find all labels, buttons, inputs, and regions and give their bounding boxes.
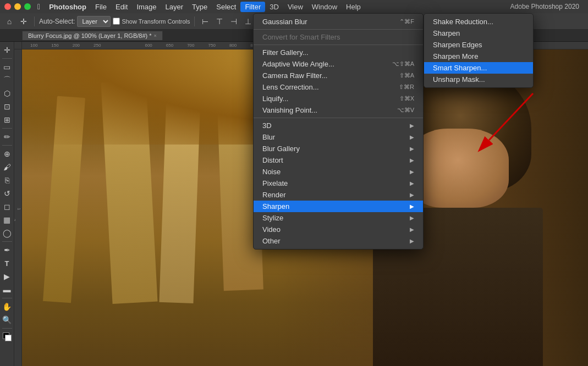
unsharp-mask[interactable]: Unsharp Mask... [424,74,533,85]
filter-gaussian-blur[interactable]: Gaussian Blur ⌃⌘F [254,16,423,27]
clone-stamp-tool[interactable]: ⎘ [1,174,13,186]
filter-other[interactable]: Other ▶ [254,235,423,247]
menu-item-3d[interactable]: 3D [265,2,283,12]
brush-tool[interactable]: 🖌 [1,161,13,173]
pen-tool[interactable]: ✒ [1,244,13,256]
smart-sharpen[interactable]: Smart Sharpen... [424,62,533,74]
auto-select-dropdown[interactable]: Layer Group [77,16,111,27]
filter-lens-correction-label: Lens Correction... [262,83,319,91]
filter-gallery[interactable]: Filter Gallery... [254,47,423,58]
filter-sharpen[interactable]: Sharpen ▶ [254,201,423,212]
unsharp-mask-label: Unsharp Mask... [433,75,485,84]
doc-tab-name: Blurry Focus.jpg @ 100% (Layer 1, RGB/8#… [28,32,152,39]
filter-liquify-shortcut: ⇧⌘X [399,95,414,102]
tool-sep-5 [2,298,12,298]
sharpen-edges-label: Sharpen Edges [433,41,482,49]
filter-stylize[interactable]: Stylize ▶ [254,212,423,224]
history-brush-tool[interactable]: ↺ [1,187,13,199]
filter-noise-label: Noise [262,168,281,176]
fullscreen-button[interactable] [24,3,31,10]
menu-item-edit[interactable]: Edit [111,2,132,12]
filter-camera-raw-label: Camera Raw Filter... [262,71,327,80]
menu-item-view[interactable]: View [283,2,307,12]
align-button-1[interactable]: ⊢ [199,15,211,27]
filter-render-arrow: ▶ [410,192,414,198]
sharpen-sharpen[interactable]: Sharpen [424,27,533,39]
spot-healing-brush-tool[interactable]: ⊕ [1,148,13,160]
filter-distort[interactable]: Distort ▶ [254,154,423,166]
path-selection-tool[interactable]: ▶ [1,270,13,282]
rectangular-marquee-tool[interactable]: ▭ [1,61,13,73]
smart-sharpen-label: Smart Sharpen... [433,64,487,72]
filter-vanishing-point[interactable]: Vanishing Point... ⌥⌘V [254,104,423,116]
eyedropper-tool[interactable]: ✏ [1,131,13,143]
menu-item-help[interactable]: Help [342,2,365,12]
menu-item-image[interactable]: Image [132,2,161,12]
sharpen-shake-reduction[interactable]: Shake Reduction... [424,16,533,27]
object-selection-tool[interactable]: ⬡ [1,87,13,99]
filter-adaptive-wide-shortcut: ⌥⇧⌘A [392,60,414,68]
filter-3d-label: 3D [262,121,272,130]
close-button[interactable] [4,3,11,10]
tool-sep-1 [2,58,12,59]
menu-divider-2 [254,45,423,45]
filter-camera-raw[interactable]: Camera Raw Filter... ⇧⌘A [254,70,423,81]
move-tool[interactable]: ✛ [1,44,13,56]
filter-distort-label: Distort [262,156,283,164]
align-button-3[interactable]: ⊣ [228,15,240,27]
lasso-tool[interactable]: ⌒ [1,74,13,86]
filter-adaptive-wide-label: Adaptive Wide Angle... [262,60,334,68]
menu-divider-1 [254,29,423,30]
move-tool-options[interactable]: ✛ [18,15,30,27]
foreground-color[interactable] [1,331,13,343]
tool-sep-6 [2,328,12,329]
shape-tool[interactable]: ▬ [1,284,13,296]
filter-blur[interactable]: Blur ▶ [254,131,423,143]
filter-3d-arrow: ▶ [410,123,414,129]
document-tab[interactable]: Blurry Focus.jpg @ 100% (Layer 1, RGB/8#… [22,31,163,40]
filter-noise[interactable]: Noise ▶ [254,166,423,178]
menu-item-photoshop[interactable]: Photoshop [45,2,91,12]
menu-item-layer[interactable]: Layer [161,2,188,12]
filter-adaptive-wide[interactable]: Adaptive Wide Angle... ⌥⇧⌘A [254,58,423,70]
filter-3d[interactable]: 3D ▶ [254,120,423,131]
title-bar:  Photoshop File Edit Image Layer Type S… [0,0,588,13]
home-button[interactable]: ⌂ [3,15,15,27]
menu-item-window[interactable]: Window [307,2,342,12]
filter-blur-gallery[interactable]: Blur Gallery ▶ [254,143,423,154]
transform-controls-label: Show Transform Controls [113,18,190,25]
sharpen-edges[interactable]: Sharpen Edges [424,39,533,51]
close-tab-button[interactable]: × [154,33,157,38]
frame-tool[interactable]: ⊞ [1,114,13,126]
sharpen-more[interactable]: Sharpen More [424,51,533,62]
text-tool[interactable]: T [1,257,13,269]
zoom-tool[interactable]: 🔍 [1,314,13,326]
traffic-lights [4,3,31,10]
ruler-v-content: 1 2 3 4 5 [14,49,21,366]
filter-sharpen-label: Sharpen [262,202,289,210]
filter-render[interactable]: Render ▶ [254,189,423,201]
tool-sep-3 [2,145,12,146]
apple-logo-icon[interactable]:  [37,2,40,11]
gradient-tool[interactable]: ▦ [1,214,13,226]
filter-blur-arrow: ▶ [410,134,414,140]
filter-liquify[interactable]: Liquify... ⇧⌘X [254,93,423,104]
menu-item-filter[interactable]: Filter [240,2,265,12]
minimize-button[interactable] [14,3,21,10]
dodge-tool[interactable]: ◯ [1,227,13,239]
align-button-2[interactable]: ⊤ [213,15,226,27]
filter-pixelate[interactable]: Pixelate ▶ [254,178,423,189]
menu-item-type[interactable]: Type [188,2,212,12]
filter-lens-correction[interactable]: Lens Correction... ⇧⌘R [254,81,423,93]
menu-item-select[interactable]: Select [212,2,240,12]
transform-controls-checkbox[interactable] [113,18,120,25]
filter-gaussian-blur-shortcut: ⌃⌘F [399,18,414,25]
eraser-tool[interactable]: ◻ [1,201,13,213]
filter-video[interactable]: Video ▶ [254,224,423,235]
hand-tool[interactable]: ✋ [1,301,13,313]
crop-tool[interactable]: ⊡ [1,101,13,113]
menu-item-file[interactable]: File [91,2,111,12]
filter-pixelate-arrow: ▶ [410,180,414,186]
filter-other-arrow: ▶ [410,238,414,244]
separator-2 [194,16,195,26]
